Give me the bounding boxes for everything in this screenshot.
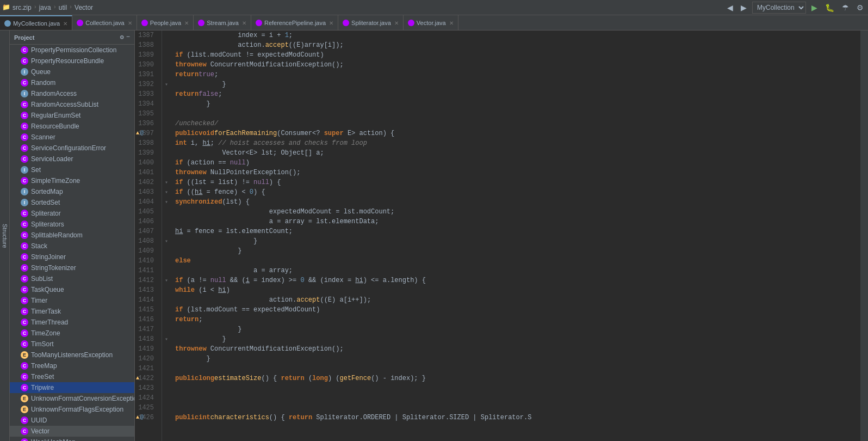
fold-1418[interactable]: ▾	[162, 334, 171, 344]
back-button[interactable]: ◀	[725, 2, 735, 13]
code-area[interactable]: 1387138813891390139113921393139413951396…	[135, 30, 868, 441]
sidebar-item-tripwire[interactable]: CTripwire	[10, 382, 134, 393]
sidebar-item-unknownformatflagsexception[interactable]: EUnknownFormatFlagsException	[10, 404, 134, 415]
line-num-1408: 1408	[135, 236, 157, 246]
line-num-1401: 1401	[135, 168, 157, 177]
fold-1408[interactable]: ▾	[162, 236, 171, 246]
tab-mycollection[interactable]: MyCollection.java✕	[0, 15, 72, 30]
fold-1402[interactable]: ▾	[162, 177, 171, 187]
sidebar-item-timezone[interactable]: CTimeZone	[10, 328, 134, 339]
fold-1407	[162, 226, 171, 236]
sidebar-item-unknownformatconversionexception[interactable]: EUnknownFormatConversionException	[10, 393, 134, 404]
sidebar-item-spliterator[interactable]: CSpliterator	[10, 208, 134, 219]
sidebar-item-sortedmap[interactable]: ISortedMap	[10, 186, 134, 197]
tab-label-spliterator: Spliterator.java	[351, 20, 391, 26]
sidebar-item-weakhashmap[interactable]: CWeakHashMap	[10, 437, 134, 441]
line-num-1422: ▲1422	[135, 373, 157, 383]
tab-close-mycollection[interactable]: ✕	[63, 21, 67, 27]
line-num-1404: 1404	[135, 197, 157, 207]
tab-close-spliterator[interactable]: ✕	[394, 20, 399, 26]
item-icon-propertypermissioncollection: C	[21, 46, 28, 54]
tab-close-collection[interactable]: ✕	[128, 20, 132, 26]
line-num-1400: 1400	[135, 158, 157, 168]
sidebar-item-stack[interactable]: CStack	[10, 241, 134, 252]
sidebar-item-toomanylistenersexception[interactable]: ETooManyListenersException	[10, 350, 134, 360]
sidebar-item-set[interactable]: ISet	[10, 164, 134, 175]
sidebar-item-timer[interactable]: CTimer	[10, 295, 134, 306]
fold-1404[interactable]: ▾	[162, 197, 171, 207]
sidebar-item-sortedset[interactable]: ISortedSet	[10, 197, 134, 208]
sidebar-item-propertypermissioncollection[interactable]: CPropertyPermissionCollection	[10, 45, 134, 56]
line-num-1417: 1417	[135, 324, 157, 334]
sidebar-item-uuid[interactable]: CUUID	[10, 415, 134, 426]
item-label: ServiceConfigurationError	[31, 144, 106, 152]
run-config-dropdown[interactable]: MyCollection	[752, 2, 806, 14]
sidebar-item-timertask[interactable]: CTimerTask	[10, 306, 134, 317]
sidebar-item-sublist[interactable]: CSubList	[10, 273, 134, 284]
tab-close-stream[interactable]: ✕	[242, 20, 246, 26]
breadcrumb-util[interactable]: util	[59, 4, 67, 11]
sidebar-item-propertyresourcebundle[interactable]: CPropertyResourceBundle	[10, 56, 134, 66]
tab-label-collection: Collection.java	[85, 20, 125, 26]
sidebar-item-randomaccesssublist[interactable]: CRandomAccessSubList	[10, 99, 134, 110]
sidebar-item-simpletimezone[interactable]: CSimpleTimeZone	[10, 175, 134, 186]
fold-1394	[162, 99, 171, 109]
fold-1388	[162, 40, 171, 50]
tab-stream[interactable]: Stream.java✕	[194, 15, 251, 30]
sidebar-item-randomaccess[interactable]: IRandomAccess	[10, 88, 134, 99]
sidebar-item-treeset[interactable]: CTreeSet	[10, 371, 134, 382]
sidebar-item-scanner[interactable]: CScanner	[10, 132, 134, 143]
sidebar-item-serviceconfigurationerror[interactable]: CServiceConfigurationError	[10, 143, 134, 154]
run-button[interactable]: ▶	[809, 2, 820, 13]
sidebar-header-icons: ⚙ −	[120, 33, 130, 41]
tab-referencepipeline[interactable]: ReferencePipeline.java✕	[251, 15, 338, 30]
tab-close-vector[interactable]: ✕	[449, 20, 454, 26]
code-line-1392: }	[175, 79, 860, 89]
breadcrumb-srczip[interactable]: src.zip	[13, 4, 32, 11]
coverage-button[interactable]: ☂	[840, 2, 851, 13]
sidebar-item-vector[interactable]: CVector	[10, 426, 134, 437]
sidebar-settings-icon[interactable]: ⚙	[120, 33, 124, 41]
tab-close-people[interactable]: ✕	[184, 20, 189, 26]
sidebar-item-treemap[interactable]: CTreeMap	[10, 360, 134, 371]
breadcrumb-java[interactable]: java	[39, 4, 51, 11]
structure-tab[interactable]: Structure	[0, 30, 10, 441]
tab-label-stream: Stream.java	[207, 20, 239, 26]
code-line-1393: return false;	[175, 89, 860, 99]
sidebar-item-spliterators[interactable]: CSpliterators	[10, 219, 134, 230]
fold-1392[interactable]: ▾	[162, 79, 171, 89]
tab-collection[interactable]: Collection.java✕	[72, 15, 137, 30]
item-label: RandomAccessSubList	[31, 101, 98, 108]
code-line-1416: return;	[175, 315, 860, 324]
sidebar-item-queue[interactable]: IQueue	[10, 66, 134, 77]
sidebar-item-regularenumset[interactable]: CRegularEnumSet	[10, 110, 134, 121]
settings-button[interactable]: ⚙	[854, 2, 866, 13]
item-icon-regularenumset: C	[21, 112, 28, 119]
sidebar-item-resourcebundle[interactable]: CResourceBundle	[10, 121, 134, 132]
fold-1389	[162, 50, 171, 60]
sidebar-item-taskqueue[interactable]: CTaskQueue	[10, 284, 134, 295]
code-line-1413: while (i < hi)	[175, 285, 860, 295]
sidebar-item-stringjoiner[interactable]: CStringJoiner	[10, 252, 134, 262]
fold-1412[interactable]: ▾	[162, 275, 171, 285]
sidebar-expand-icon[interactable]: −	[126, 33, 130, 41]
sidebar-item-stringtokenizer[interactable]: CStringTokenizer	[10, 262, 134, 273]
fold-1406	[162, 217, 171, 226]
sidebar-item-timerthread[interactable]: CTimerThread	[10, 317, 134, 328]
sidebar-item-splittablerandom[interactable]: CSplittableRandom	[10, 230, 134, 241]
debug-button[interactable]: 🐛	[823, 2, 836, 13]
sidebar-item-timsort[interactable]: CTimSort	[10, 339, 134, 350]
sidebar-item-serviceloader[interactable]: CServiceLoader	[10, 154, 134, 164]
tab-people[interactable]: People.java✕	[137, 15, 194, 30]
tab-vector[interactable]: Vector.java✕	[404, 15, 458, 30]
line-num-1398: 1398	[135, 138, 157, 148]
item-label: UnknownFormatFlagsException	[31, 406, 123, 413]
right-scrollbar[interactable]	[860, 30, 868, 441]
tab-close-referencepipeline[interactable]: ✕	[329, 20, 333, 26]
tab-spliterator[interactable]: Spliterator.java✕	[338, 15, 404, 30]
sidebar-item-random[interactable]: CRandom	[10, 77, 134, 88]
fold-1416	[162, 315, 171, 324]
fold-1403[interactable]: ▾	[162, 187, 171, 197]
fold-1396	[162, 119, 171, 128]
forward-button[interactable]: ▶	[739, 2, 749, 13]
